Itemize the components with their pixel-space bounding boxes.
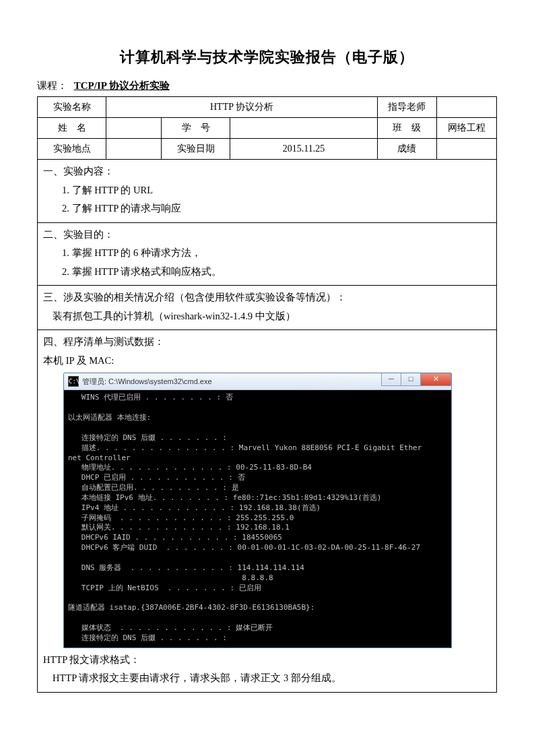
cell-exp-name-label: 实验名称 [38, 97, 106, 118]
section-3: 三、涉及实验的相关情况介绍（包含使用软件或实验设备等情况）： 装有抓包工具的计算… [38, 286, 496, 330]
cell-class-value: 网络工程 [437, 118, 497, 139]
sec2-line1: 1. 掌握 HTTP 的 6 种请求方法， [43, 244, 491, 263]
minimize-button[interactable]: ─ [381, 373, 401, 386]
course-value: TCP/IP 协议分析实验 [70, 80, 174, 91]
sec2-line2: 2. 掌握 HTTP 请求格式和响应格式。 [43, 263, 491, 282]
sec4-sub1: 本机 IP 及 MAC: [43, 352, 491, 371]
cell-exp-name-value: HTTP 协议分析 [106, 97, 377, 118]
section-1: 一、实验内容： 1. 了解 HTTP 的 URL 2. 了解 HTTP 的请求与… [38, 160, 496, 223]
section-2: 二、实验目的： 1. 掌握 HTTP 的 6 种请求方法， 2. 掌握 HTTP… [38, 223, 496, 286]
section-4: 四、程序清单与测试数据： 本机 IP 及 MAC: C:\ 管理员: C:\Wi… [38, 330, 496, 691]
sec1-heading: 一、实验内容： [43, 162, 491, 181]
sec1-line1: 1. 了解 HTTP 的 URL [43, 181, 491, 200]
sec4-heading: 四、程序清单与测试数据： [43, 333, 491, 352]
cell-name-value [106, 118, 162, 139]
cmd-icon: C:\ [68, 376, 79, 387]
cell-name-label: 姓 名 [38, 118, 106, 139]
report-page: 计算机科学与技术学院实验报告（电子版） 课程： TCP/IP 协议分析实验 实验… [0, 0, 534, 693]
sec3-heading: 三、涉及实验的相关情况介绍（包含使用软件或实验设备等情况）： [43, 288, 491, 307]
course-line: 课程： TCP/IP 协议分析实验 [37, 80, 497, 92]
cell-teacher-value [437, 97, 497, 118]
maximize-button[interactable]: □ [401, 373, 421, 386]
page-title: 计算机科学与技术学院实验报告（电子版） [37, 47, 497, 67]
sec4-endline: HTTP 请求报文主要由请求行，请求头部，请求正文 3 部分组成。 [43, 669, 491, 688]
terminal-titlebar: C:\ 管理员: C:\Windows\system32\cmd.exe ─ □… [64, 373, 451, 390]
sec1-line2: 2. 了解 HTTP 的请求与响应 [43, 199, 491, 218]
table-row: 实验地点 实验日期 2015.11.25 成绩 [38, 139, 497, 160]
sec3-line1: 装有抓包工具的计算机（wireshark-win32-1.4.9 中文版） [43, 307, 491, 326]
course-label: 课程： [37, 80, 67, 91]
close-button[interactable]: ✕ [420, 373, 451, 386]
cell-id-label: 学 号 [162, 118, 230, 139]
cell-id-value [230, 118, 377, 139]
terminal-title: 管理员: C:\Windows\system32\cmd.exe [82, 375, 212, 389]
cell-score-label: 成绩 [377, 139, 437, 160]
cell-date-label: 实验日期 [162, 139, 230, 160]
terminal-window: C:\ 管理员: C:\Windows\system32\cmd.exe ─ □… [63, 373, 452, 648]
content-box: 一、实验内容： 1. 了解 HTTP 的 URL 2. 了解 HTTP 的请求与… [37, 160, 497, 693]
terminal-body: WINS 代理已启用 . . . . . . . . : 否 以太网适配器 本地… [64, 390, 451, 647]
sec4-sub2: HTTP 报文请求格式： [43, 651, 491, 670]
cell-score-value [437, 139, 497, 160]
table-row: 姓 名 学 号 班 级 网络工程 [38, 118, 497, 139]
meta-table: 实验名称 HTTP 协议分析 指导老师 姓 名 学 号 班 级 网络工程 实验地… [37, 96, 497, 160]
window-buttons: ─ □ ✕ [382, 373, 451, 385]
cell-place-value [106, 139, 162, 160]
cell-place-label: 实验地点 [38, 139, 106, 160]
cell-date-value: 2015.11.25 [230, 139, 377, 160]
cell-class-label: 班 级 [377, 118, 437, 139]
cell-teacher-label: 指导老师 [377, 97, 437, 118]
sec2-heading: 二、实验目的： [43, 226, 491, 245]
table-row: 实验名称 HTTP 协议分析 指导老师 [38, 97, 497, 118]
